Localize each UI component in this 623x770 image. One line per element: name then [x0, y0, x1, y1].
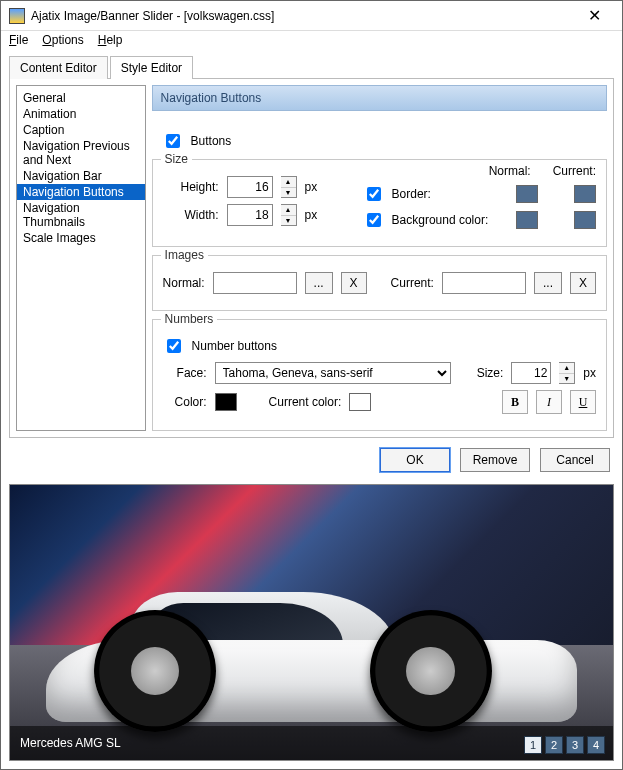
cancel-button[interactable]: Cancel	[540, 448, 610, 472]
border-current-swatch[interactable]	[574, 185, 596, 203]
panel-title: Navigation Buttons	[152, 85, 607, 111]
bgcolor-current-swatch[interactable]	[574, 211, 596, 229]
app-icon	[9, 8, 25, 24]
buttons-checkbox-row[interactable]: Buttons	[162, 131, 597, 151]
images-normal-browse[interactable]: ...	[305, 272, 333, 294]
width-px: px	[305, 208, 318, 222]
fontsize-input[interactable]	[511, 362, 551, 384]
images-current-browse[interactable]: ...	[534, 272, 562, 294]
underline-button[interactable]: U	[570, 390, 596, 414]
color-label: Color:	[163, 395, 207, 409]
curcolor-swatch[interactable]	[349, 393, 371, 411]
remove-button[interactable]: Remove	[460, 448, 530, 472]
nav-button[interactable]: 3	[566, 736, 584, 754]
close-icon[interactable]: ✕	[574, 6, 614, 25]
curcolor-label: Current color:	[269, 395, 342, 409]
height-label: Height:	[163, 180, 219, 194]
tree-item[interactable]: Navigation Buttons	[17, 184, 145, 200]
border-label: Border:	[392, 187, 508, 201]
images-normal-clear[interactable]: X	[341, 272, 367, 294]
italic-button[interactable]: I	[536, 390, 562, 414]
images-normal-label: Normal:	[163, 276, 205, 290]
images-current-input[interactable]	[442, 272, 526, 294]
nav-button[interactable]: 2	[545, 736, 563, 754]
tree-item[interactable]: Navigation Thumbnails	[17, 200, 145, 230]
current-header: Current:	[553, 164, 596, 178]
tree-item[interactable]: Navigation Bar	[17, 168, 145, 184]
menubar: File Options Help	[1, 31, 622, 49]
size-legend: Size	[161, 152, 192, 166]
preview-pane: Mercedes AMG SL 1234	[9, 484, 614, 761]
nav-buttons: 1234	[524, 736, 605, 754]
numbers-legend: Numbers	[161, 312, 218, 326]
window-title: Ajatix Image/Banner Slider - [volkswagen…	[31, 9, 574, 23]
number-buttons-label: Number buttons	[192, 339, 277, 353]
slide-caption: Mercedes AMG SL	[20, 736, 121, 750]
color-swatch[interactable]	[215, 393, 237, 411]
tree-item[interactable]: Animation	[17, 106, 145, 122]
normal-header: Normal:	[489, 164, 531, 178]
bgcolor-normal-swatch[interactable]	[516, 211, 538, 229]
ok-button[interactable]: OK	[380, 448, 450, 472]
height-input[interactable]	[227, 176, 273, 198]
buttons-label: Buttons	[191, 134, 232, 148]
tree-item[interactable]: Navigation Previous and Next	[17, 138, 145, 168]
fontsize-spinner[interactable]: ▲▼	[559, 362, 575, 384]
tree-item[interactable]: Scale Images	[17, 230, 145, 246]
fontsize-px: px	[583, 366, 596, 380]
images-current-clear[interactable]: X	[570, 272, 596, 294]
nav-button[interactable]: 1	[524, 736, 542, 754]
height-spinner[interactable]: ▲▼	[281, 176, 297, 198]
width-spinner[interactable]: ▲▼	[281, 204, 297, 226]
images-normal-input[interactable]	[213, 272, 297, 294]
images-legend: Images	[161, 248, 208, 262]
face-label: Face:	[163, 366, 207, 380]
face-select[interactable]: Tahoma, Geneva, sans-serif	[215, 362, 451, 384]
number-buttons-checkbox[interactable]	[167, 339, 181, 353]
border-checkbox[interactable]	[367, 187, 381, 201]
bold-button[interactable]: B	[502, 390, 528, 414]
menu-file[interactable]: File	[9, 33, 28, 47]
images-current-label: Current:	[391, 276, 434, 290]
menu-help[interactable]: Help	[98, 33, 123, 47]
number-buttons-row[interactable]: Number buttons	[163, 336, 596, 356]
car-illustration	[46, 590, 577, 722]
section-list[interactable]: GeneralAnimationCaptionNavigation Previo…	[16, 85, 146, 431]
tab-style-editor[interactable]: Style Editor	[110, 56, 193, 79]
bgcolor-checkbox[interactable]	[367, 213, 381, 227]
tree-item[interactable]: Caption	[17, 122, 145, 138]
tree-item[interactable]: General	[17, 90, 145, 106]
width-input[interactable]	[227, 204, 273, 226]
bgcolor-label: Background color:	[392, 213, 508, 227]
tab-content-editor[interactable]: Content Editor	[9, 56, 108, 79]
nav-button[interactable]: 4	[587, 736, 605, 754]
editor-tabs: Content Editor Style Editor	[9, 55, 614, 79]
height-px: px	[305, 180, 318, 194]
buttons-checkbox[interactable]	[166, 134, 180, 148]
fontsize-label: Size:	[477, 366, 504, 380]
width-label: Width:	[163, 208, 219, 222]
border-normal-swatch[interactable]	[516, 185, 538, 203]
menu-options[interactable]: Options	[42, 33, 83, 47]
